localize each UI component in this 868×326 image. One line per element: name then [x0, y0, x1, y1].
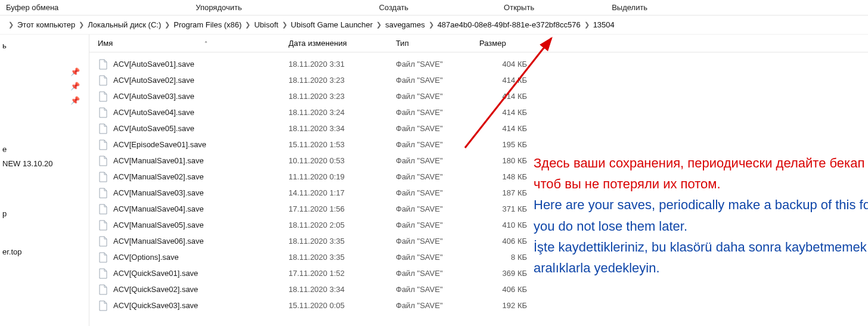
chevron-right-icon[interactable]: ❯ — [282, 21, 287, 29]
file-date: 15.11.2020 1:53 — [289, 140, 396, 149]
file-row[interactable]: ACV[ManualSave06].save18.11.2020 3:35Фай… — [89, 233, 868, 249]
pin-icon: 📌 — [70, 81, 80, 91]
menu-clipboard[interactable]: Буфер обмена — [6, 3, 196, 12]
file-icon — [98, 123, 108, 134]
breadcrumb-segment[interactable]: Program Files (x86) — [173, 20, 241, 29]
sidebar-item[interactable]: р — [0, 206, 89, 221]
file-date: 18.11.2020 3:35 — [289, 237, 396, 246]
file-type: Файл "SAVE" — [396, 124, 479, 133]
sidebar-item[interactable]: е — [0, 142, 89, 156]
file-type: Файл "SAVE" — [396, 140, 479, 149]
file-size: 404 КБ — [479, 60, 539, 69]
menu-create[interactable]: Создать — [379, 3, 504, 12]
column-header-name[interactable]: Имя ˄ — [98, 39, 289, 48]
file-size: 410 КБ — [479, 221, 539, 229]
breadcrumb-segment[interactable]: Этот компьютер — [17, 20, 75, 29]
file-row[interactable]: ACV[EpisodeSave01].save15.11.2020 1:53Фа… — [89, 136, 868, 153]
column-header-size[interactable]: Размер — [479, 39, 539, 48]
file-size: 148 КБ — [479, 172, 539, 181]
file-row[interactable]: ACV[AutoSave04].save18.11.2020 3:24Файл … — [89, 104, 868, 120]
chevron-right-icon[interactable]: ❯ — [376, 21, 382, 29]
file-icon — [98, 156, 108, 166]
sidebar-item-new-folder[interactable]: NEW 13.10.20 — [0, 156, 89, 170]
file-name: ACV[QuickSave03].save — [113, 301, 289, 310]
menu-organize[interactable]: Упорядочить — [196, 3, 379, 12]
file-date: 18.11.2020 3:34 — [289, 124, 396, 133]
file-date: 18.11.2020 3:24 — [289, 108, 396, 117]
chevron-right-icon[interactable]: ❯ — [584, 21, 590, 29]
file-row[interactable]: ACV[ManualSave04].save17.11.2020 1:56Фай… — [89, 201, 868, 217]
file-icon — [98, 300, 108, 311]
file-name: ACV[ManualSave06].save — [113, 237, 289, 246]
breadcrumb-segment[interactable]: savegames — [385, 20, 424, 29]
sidebar-item-site[interactable]: er.top — [0, 244, 89, 259]
file-date: 11.11.2020 0:19 — [289, 172, 396, 181]
column-headers: Имя ˄ Дата изменения Тип Размер — [89, 35, 868, 52]
file-date: 18.11.2020 3:35 — [289, 253, 396, 262]
chevron-right-icon[interactable]: ❯ — [8, 21, 14, 29]
file-name: ACV[QuickSave02].save — [113, 285, 289, 294]
column-header-date[interactable]: Дата изменения — [289, 39, 396, 48]
menu-select[interactable]: Выделить — [612, 3, 689, 12]
file-type: Файл "SAVE" — [396, 108, 479, 117]
file-name: ACV[AutoSave01].save — [113, 60, 289, 69]
file-name: ACV[QuickSave01].save — [113, 269, 289, 278]
file-icon — [98, 107, 108, 118]
chevron-right-icon[interactable]: ❯ — [245, 21, 250, 29]
file-row[interactable]: ACV[ManualSave03].save14.11.2020 1:17Фай… — [89, 185, 868, 201]
file-date: 10.11.2020 0:53 — [289, 156, 396, 165]
file-list-pane: Имя ˄ Дата изменения Тип Размер ACV[Auto… — [89, 35, 868, 326]
file-date: 18.11.2020 3:23 — [289, 76, 396, 85]
file-size: 406 КБ — [479, 285, 539, 294]
file-row[interactable]: ACV[QuickSave01].save17.11.2020 1:52Файл… — [89, 265, 868, 281]
file-name: ACV[EpisodeSave01].save — [113, 140, 289, 149]
file-size: 371 КБ — [479, 204, 539, 213]
column-header-type[interactable]: Тип — [396, 39, 479, 48]
file-row[interactable]: ACV[AutoSave02].save18.11.2020 3:23Файл … — [89, 72, 868, 88]
breadcrumb-segment[interactable]: Локальный диск (C:) — [88, 20, 161, 29]
file-size: 414 КБ — [479, 108, 539, 117]
file-name: ACV[AutoSave02].save — [113, 76, 289, 85]
chevron-right-icon[interactable]: ❯ — [429, 21, 434, 29]
file-size: 187 КБ — [479, 188, 539, 197]
column-header-label: Имя — [98, 39, 113, 48]
file-size: 8 КБ — [479, 253, 539, 262]
file-row[interactable]: ACV[QuickSave02].save18.11.2020 3:34Файл… — [89, 281, 868, 297]
file-row[interactable]: ACV[AutoSave03].save18.11.2020 3:23Файл … — [89, 88, 868, 104]
file-type: Файл "SAVE" — [396, 156, 479, 165]
file-date: 18.11.2020 3:34 — [289, 285, 396, 294]
file-size: 414 КБ — [479, 124, 539, 133]
breadcrumb-segment[interactable]: 487ae4b0-08e8-49bf-881e-e372bf8cc576 — [438, 20, 581, 29]
file-icon — [98, 220, 108, 231]
file-row[interactable]: ACV[ManualSave05].save18.11.2020 2:05Фай… — [89, 217, 868, 233]
file-icon — [98, 188, 108, 198]
file-type: Файл "SAVE" — [396, 237, 479, 246]
pin-icon: 📌 — [70, 67, 80, 76]
file-icon — [98, 268, 108, 279]
file-type: Файл "SAVE" — [396, 253, 479, 262]
breadcrumb-segment[interactable]: 13504 — [593, 20, 615, 29]
file-size: 369 КБ — [479, 269, 539, 278]
file-type: Файл "SAVE" — [396, 172, 479, 181]
breadcrumb-segment[interactable]: Ubisoft — [254, 20, 278, 29]
breadcrumb-segment[interactable]: Ubisoft Game Launcher — [291, 20, 373, 29]
file-size: 192 КБ — [479, 301, 539, 310]
file-row[interactable]: ACV[AutoSave05].save18.11.2020 3:34Файл … — [89, 120, 868, 136]
file-row[interactable]: ACV[Options].save18.11.2020 3:35Файл "SA… — [89, 249, 868, 265]
sort-ascending-icon: ˄ — [204, 41, 207, 47]
file-type: Файл "SAVE" — [396, 76, 479, 85]
file-size: 406 КБ — [479, 237, 539, 246]
chevron-right-icon[interactable]: ❯ — [79, 21, 84, 29]
file-name: ACV[AutoSave04].save — [113, 108, 289, 117]
file-name: ACV[Options].save — [113, 253, 289, 262]
file-row[interactable]: ACV[ManualSave02].save11.11.2020 0:19Фай… — [89, 169, 868, 185]
file-date: 18.11.2020 3:23 — [289, 92, 396, 101]
chevron-right-icon[interactable]: ❯ — [165, 21, 170, 29]
menu-open[interactable]: Открыть — [504, 3, 612, 12]
breadcrumb[interactable]: ❯ Этот компьютер ❯ Локальный диск (C:) ❯… — [0, 15, 868, 35]
file-size: 414 КБ — [479, 92, 539, 101]
file-row[interactable]: ACV[ManualSave01].save10.11.2020 0:53Фай… — [89, 153, 868, 169]
file-row[interactable]: ACV[AutoSave01].save18.11.2020 3:31Файл … — [89, 56, 868, 72]
sidebar-item[interactable]: ь — [0, 38, 89, 52]
file-row[interactable]: ACV[QuickSave03].save15.11.2020 0:05Файл… — [89, 297, 868, 313]
